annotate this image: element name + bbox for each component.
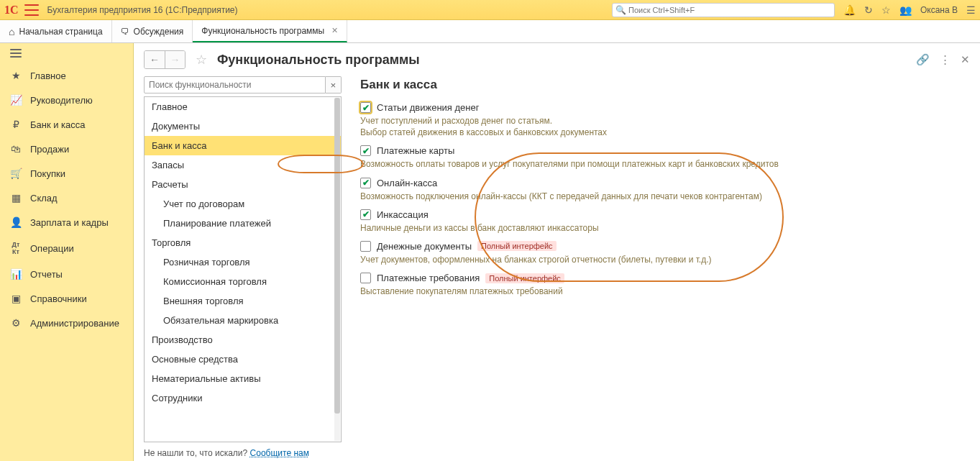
sidebar-item-manager[interactable]: 📈Руководителю <box>0 88 133 112</box>
sidebar-item-warehouse[interactable]: ▦Склад <box>0 186 133 210</box>
setting-label: Платежные требования <box>377 273 480 283</box>
sidebar-item-refs[interactable]: ▣Справочники <box>0 286 133 311</box>
tree-item[interactable]: Планирование платежей <box>145 214 341 233</box>
scrollbar[interactable] <box>334 98 340 441</box>
sidebar-item-label: Операции <box>30 243 74 254</box>
interface-badge: Полный интерфейс <box>485 273 564 283</box>
checkbox[interactable] <box>360 241 371 252</box>
tree-item[interactable]: Сотрудники <box>145 388 341 408</box>
sidebar-item-admin[interactable]: ⚙Администрирование <box>0 311 133 335</box>
setting-label: Инкассация <box>377 209 429 220</box>
tab-home[interactable]: ⌂ Начальная страница <box>0 20 112 42</box>
global-search-input[interactable] <box>612 3 835 17</box>
close-icon[interactable]: ✕ <box>961 53 970 66</box>
tree-item[interactable]: Комиссионная торговля <box>145 272 341 291</box>
page-title: Функциональность программы <box>217 53 420 68</box>
tree-search: × <box>144 76 342 93</box>
tree-item[interactable]: Банк и касса <box>145 136 341 155</box>
setting-row: Платежные картыВозможность оплаты товаро… <box>360 145 966 170</box>
tree-item[interactable]: Обязательная маркировка <box>145 311 341 330</box>
tab-home-label: Начальная страница <box>19 27 102 37</box>
star-icon[interactable]: ☆ <box>881 4 891 16</box>
sidebar-item-reports[interactable]: 📊Отчеты <box>0 262 133 286</box>
cart-icon: 🛒 <box>10 168 22 179</box>
user-icon[interactable]: 👥 <box>899 4 912 16</box>
tree-item[interactable]: Основные средства <box>145 350 341 369</box>
tree-item[interactable]: Расчеты <box>145 175 341 194</box>
bars-icon: 📊 <box>10 268 22 280</box>
tree-item[interactable]: Производство <box>145 330 341 350</box>
favorite-button[interactable]: ☆ <box>193 51 210 68</box>
setting-label: Статьи движения денег <box>377 102 479 113</box>
sidebar-item-hr[interactable]: 👤Зарплата и кадры <box>0 210 133 234</box>
tree-list[interactable]: ГлавноеДокументыБанк и кассаЗапасыРасчет… <box>144 96 342 442</box>
not-found-text: Не нашли то, что искали? <box>144 448 250 458</box>
nav-buttons: ← → <box>144 50 186 69</box>
user-name[interactable]: Оксана В <box>920 5 958 15</box>
checkbox[interactable] <box>360 209 371 220</box>
sidebar-item-label: Покупки <box>30 168 65 179</box>
titlebar-right: 🔔 ↻ ☆ 👥 Оксана В ☰ <box>843 4 976 16</box>
tab-functionality-label: Функциональность программы <box>201 26 324 36</box>
sidebar-item-label: Продажи <box>30 144 69 155</box>
setting-description: Возможность оплаты товаров и услуг покуп… <box>360 158 966 170</box>
search-icon: 🔍 <box>615 5 626 15</box>
main-layout: ★Главное 📈Руководителю ₽Банк и касса 🛍Пр… <box>0 43 980 461</box>
setting-row: Онлайн-кассаВозможность подключения онла… <box>360 178 966 202</box>
setting-description: Выставление покупателям платежных требов… <box>360 286 966 297</box>
tree-item[interactable]: Главное <box>145 97 341 117</box>
forward-button[interactable]: → <box>165 51 185 68</box>
not-found-row: Не нашли то, что искали? Сообщите нам <box>144 442 342 461</box>
tree-item[interactable]: Запасы <box>145 155 341 175</box>
gear-icon: ⚙ <box>10 317 22 329</box>
hamburger-icon <box>10 49 22 58</box>
setting-description: Наличные деньги из кассы в банк доставля… <box>360 222 966 234</box>
tree-item[interactable]: Документы <box>145 117 341 136</box>
tree-item[interactable]: Торговля <box>145 233 341 252</box>
checkbox[interactable] <box>360 273 371 283</box>
clear-search-button[interactable]: × <box>326 76 342 93</box>
tree-item[interactable]: Внешняя торговля <box>145 291 341 311</box>
report-link[interactable]: Сообщите нам <box>250 448 309 458</box>
sidebar-item-label: Руководителю <box>30 95 93 106</box>
checkbox[interactable] <box>360 178 371 188</box>
tree-search-input[interactable] <box>144 76 326 93</box>
sidebar-item-sales[interactable]: 🛍Продажи <box>0 137 133 161</box>
interface-badge: Полный интерфейс <box>477 241 557 251</box>
tree-item[interactable]: Розничная торговля <box>145 252 341 272</box>
content-body: × ГлавноеДокументыБанк и кассаЗапасыРасч… <box>134 73 980 461</box>
checkbox[interactable] <box>360 145 371 156</box>
tab-discussions-label: Обсуждения <box>134 27 184 37</box>
checkbox[interactable] <box>360 102 371 113</box>
settings-panel: Банк и касса Статьи движения денегУчет п… <box>356 76 970 461</box>
setting-row: Денежные документыПолный интерфейсУчет д… <box>360 241 966 265</box>
header-right-tools: 🔗 ⋮ ✕ <box>916 53 970 66</box>
chart-icon: 📈 <box>10 94 22 106</box>
setting-label: Платежные карты <box>377 145 454 156</box>
tree-item[interactable]: Учет по договорам <box>145 194 341 214</box>
link-icon[interactable]: 🔗 <box>916 53 930 66</box>
setting-description: Учет поступлений и расходов денег по ста… <box>360 115 966 138</box>
history-icon[interactable]: ↻ <box>864 4 873 16</box>
home-icon: ⌂ <box>9 26 14 37</box>
sidebar-item-purchases[interactable]: 🛒Покупки <box>0 161 133 186</box>
hamburger-icon[interactable] <box>24 4 39 16</box>
sidebar-burger[interactable] <box>0 43 133 63</box>
bell-icon[interactable]: 🔔 <box>843 4 856 16</box>
back-button[interactable]: ← <box>145 51 165 68</box>
content-header: ← → ☆ Функциональность программы 🔗 ⋮ ✕ <box>134 43 980 73</box>
dtkt-icon: ДтКт <box>10 241 22 255</box>
setting-description: Возможность подключения онлайн-кассы (КК… <box>360 191 966 202</box>
sidebar-item-bank[interactable]: ₽Банк и касса <box>0 112 133 137</box>
more-icon[interactable]: ⋮ <box>940 53 951 66</box>
sidebar-item-operations[interactable]: ДтКтОперации <box>0 234 133 262</box>
discussions-icon: 🗨 <box>121 27 129 37</box>
tree-item[interactable]: Нематериальные активы <box>145 369 341 388</box>
close-icon[interactable]: ✕ <box>331 26 338 35</box>
setting-label: Онлайн-касса <box>377 178 437 188</box>
settings-lines-icon[interactable]: ☰ <box>966 4 976 16</box>
tab-functionality[interactable]: Функциональность программы ✕ <box>193 20 347 42</box>
scrollbar-thumb[interactable] <box>334 98 340 414</box>
sidebar-item-main[interactable]: ★Главное <box>0 63 133 88</box>
tab-discussions[interactable]: 🗨 Обсуждения <box>112 20 193 42</box>
